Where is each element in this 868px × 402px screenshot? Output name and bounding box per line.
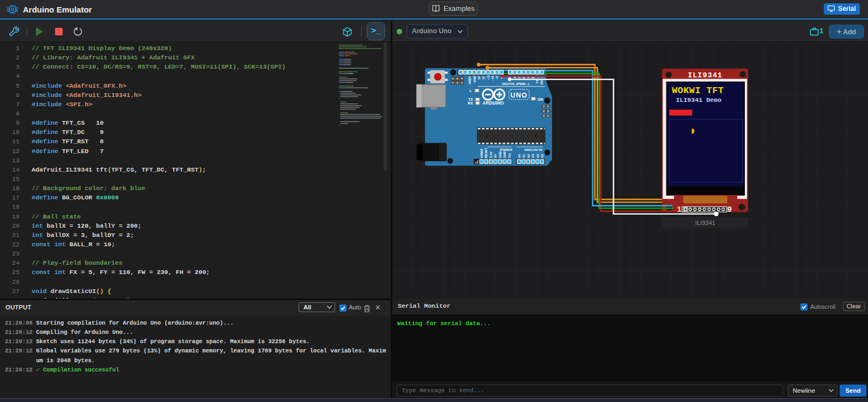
svg-text:Vin: Vin xyxy=(508,153,511,158)
svg-text:A1: A1 xyxy=(522,154,525,158)
svg-text:RX: RX xyxy=(468,101,474,105)
svg-text:A2: A2 xyxy=(527,154,530,158)
svg-text:~10: ~10 xyxy=(491,76,494,81)
svg-text:1: 1 xyxy=(677,205,682,215)
svg-text:A3: A3 xyxy=(531,154,535,158)
svg-text:DIGITAL (PWM ~): DIGITAL (PWM ~) xyxy=(502,82,530,86)
svg-text:2: 2 xyxy=(531,77,535,78)
svg-text:ANALOG IN: ANALOG IN xyxy=(524,148,543,151)
svg-text:UNO: UNO xyxy=(511,92,527,99)
svg-text:A0: A0 xyxy=(518,154,521,158)
svg-text:GND: GND xyxy=(503,151,506,158)
svg-text:5V: 5V xyxy=(494,154,497,158)
svg-text:~11: ~11 xyxy=(487,75,490,80)
svg-text:ILI9341: ILI9341 xyxy=(688,71,723,80)
svg-text:IOREF: IOREF xyxy=(480,148,483,158)
svg-text:RESET: RESET xyxy=(484,148,488,158)
svg-text:ILI9341 Demo: ILI9341 Demo xyxy=(676,96,722,103)
svg-text:A4: A4 xyxy=(536,154,539,158)
svg-text:ILI9341: ILI9341 xyxy=(695,220,715,226)
svg-text:9: 9 xyxy=(727,205,732,215)
svg-text:ARDUINO: ARDUINO xyxy=(483,101,504,106)
svg-text:12: 12 xyxy=(482,76,485,80)
svg-text:POWER: POWER xyxy=(500,148,512,151)
svg-text:~9: ~9 xyxy=(495,76,499,80)
svg-text:A5: A5 xyxy=(541,154,544,158)
svg-text:ON: ON xyxy=(538,98,543,101)
svg-text:GND: GND xyxy=(499,151,502,158)
svg-text:AREF: AREF xyxy=(468,76,471,84)
svg-text:WOKWI TFT: WOKWI TFT xyxy=(672,86,724,96)
svg-text:3.3V: 3.3V xyxy=(489,151,493,158)
svg-text:GND: GND xyxy=(473,76,476,82)
svg-text:13: 13 xyxy=(477,76,481,80)
svg-text:L: L xyxy=(470,89,472,93)
